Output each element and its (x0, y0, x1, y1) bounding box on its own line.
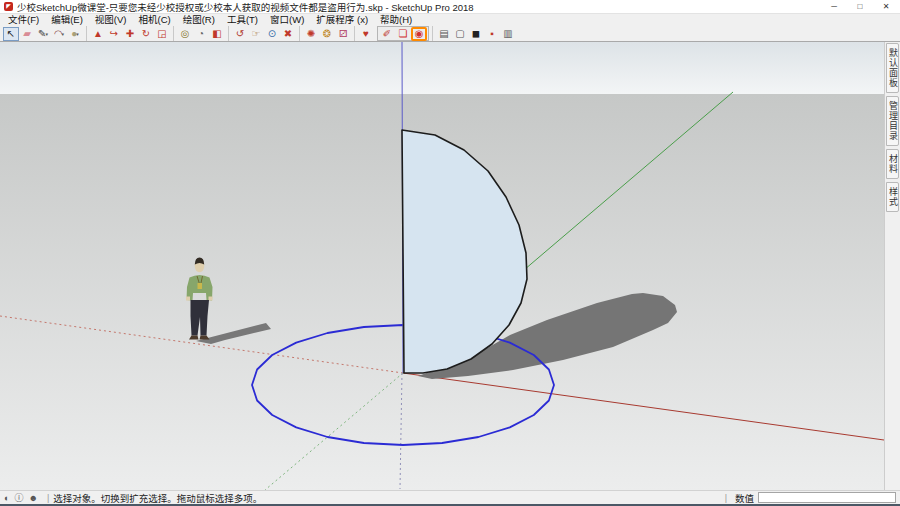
iso-view-icon[interactable]: ▤ (436, 27, 452, 41)
select-tool-icon[interactable]: ↖ (3, 27, 19, 41)
top-view-icon[interactable]: ▢ (452, 27, 468, 41)
move-tool-icon[interactable]: ✚ (122, 27, 138, 41)
tray-tab-styles[interactable]: 样式 (886, 182, 899, 212)
toolbar-group: ▤▢◼▪▥ (432, 26, 516, 41)
push-pull-tool-icon[interactable]: ▲ (90, 27, 106, 41)
tray-tab-materials[interactable]: 材料 (886, 149, 899, 179)
toolbar-group: ✐❏◉ (377, 26, 429, 41)
close-button[interactable]: ✕ (880, 2, 892, 11)
eraser-tool-icon[interactable]: ▰ (19, 27, 35, 41)
maximize-button[interactable]: □ (854, 2, 866, 11)
dice-plugin-icon[interactable]: ⚂ (335, 27, 351, 41)
figure-hand-right[interactable] (209, 297, 213, 301)
model-viewport[interactable] (0, 42, 884, 490)
pencil-box-icon[interactable]: ✐ (379, 27, 395, 41)
zoom-extents-icon[interactable]: ✖ (280, 27, 296, 41)
menu-extensions[interactable]: 扩展程序 (x) (310, 14, 374, 26)
menu-help[interactable]: 帮助(H) (374, 14, 418, 26)
geolocation-icon[interactable]: ◐ (4, 493, 9, 503)
status-message: 选择对象。切换到扩充选择。拖动鼠标选择多项。 (53, 491, 720, 505)
figure-hand-left[interactable] (186, 297, 190, 301)
menu-bar: 文件(F)编辑(E)视图(V)相机(C)绘图(R)工具(T)窗口(W)扩展程序 … (0, 14, 900, 26)
toolbar-group: ♥ (354, 26, 374, 41)
front-view-icon[interactable]: ◼ (468, 27, 484, 41)
toolbar-group: ◎◔◧ (173, 26, 225, 41)
line-tool-icon[interactable]: ✎▾ (35, 27, 51, 41)
tray-tab-strip: 默认面板管理目录材料样式 (884, 42, 900, 490)
credits-icon[interactable]: ☻ (28, 493, 37, 503)
menu-view[interactable]: 视图(V) (89, 14, 133, 26)
app-icon: ◤ (4, 2, 13, 11)
right-view-icon[interactable]: ▪ (484, 27, 500, 41)
red-folder-icon[interactable]: ❏ (395, 27, 411, 41)
menu-tools[interactable]: 工具(T) (221, 14, 264, 26)
tape-measure-icon[interactable]: ◎ (177, 27, 193, 41)
follow-me-tool-icon[interactable]: ↪ (106, 27, 122, 41)
measurement-label: 数值 (735, 491, 754, 505)
arc-tool-icon[interactable]: ◠▾ (51, 27, 67, 41)
menu-window[interactable]: 窗口(W) (264, 14, 310, 26)
title-bar: ◤ 少校SketchUp微课堂-只要您未经少校授权或少校本人获取的视频文件都是盗… (0, 0, 900, 14)
scale-tool-icon[interactable]: ◲ (154, 27, 170, 41)
protractor-icon[interactable]: ◔ (193, 27, 209, 41)
scene-canvas[interactable] (0, 42, 884, 490)
toolbar-group: ✺❂⚂ (299, 26, 351, 41)
toolbar-group: ▲↪✚↻◲ (86, 26, 170, 41)
paint-bucket-icon[interactable]: ◧ (209, 27, 225, 41)
camera-record-icon[interactable]: ◉ (411, 27, 427, 41)
pan-tool-icon[interactable]: ☞ (248, 27, 264, 41)
toolbar: ↖▰✎▾◠▾●▾▲↪✚↻◲◎◔◧↺☞⊙✖✺❂⚂♥✐❏◉▤▢◼▪▥ (0, 26, 900, 42)
menu-edit[interactable]: 编辑(E) (45, 14, 89, 26)
tray-tab-manage[interactable]: 管理目录 (886, 96, 899, 146)
back-view-icon[interactable]: ▥ (500, 27, 516, 41)
badge-plugin-icon[interactable]: ❂ (319, 27, 335, 41)
menu-draw[interactable]: 绘图(R) (177, 14, 221, 26)
help-info-icon[interactable]: ⓘ (14, 493, 23, 503)
pinwheel-plugin-icon[interactable]: ✺ (303, 27, 319, 41)
toolbar-group: ↺☞⊙✖ (228, 26, 296, 41)
shapes-tool-icon[interactable]: ●▾ (67, 27, 83, 41)
toolbar-group: ↖▰✎▾◠▾●▾ (3, 26, 83, 41)
ribbon-plugin-icon[interactable]: ♥ (358, 27, 374, 41)
rotate-tool-icon[interactable]: ↻ (138, 27, 154, 41)
sky (0, 42, 884, 94)
measurement-input[interactable] (758, 492, 896, 503)
minimize-button[interactable]: ─ (828, 2, 840, 11)
tray-tab-default[interactable]: 默认面板 (886, 43, 899, 93)
figure-badge[interactable] (198, 283, 203, 289)
window-title: 少校SketchUp微课堂-只要您未经少校授权或少校本人获取的视频文件都是盗用行… (17, 0, 828, 14)
menu-camera[interactable]: 相机(C) (132, 14, 176, 26)
status-bar: ◐ⓘ☻ | 选择对象。切换到扩充选择。拖动鼠标选择多项。 | 数值 (0, 490, 900, 506)
zoom-tool-icon[interactable]: ⊙ (264, 27, 280, 41)
menu-file[interactable]: 文件(F) (2, 14, 45, 26)
orbit-tool-icon[interactable]: ↺ (232, 27, 248, 41)
